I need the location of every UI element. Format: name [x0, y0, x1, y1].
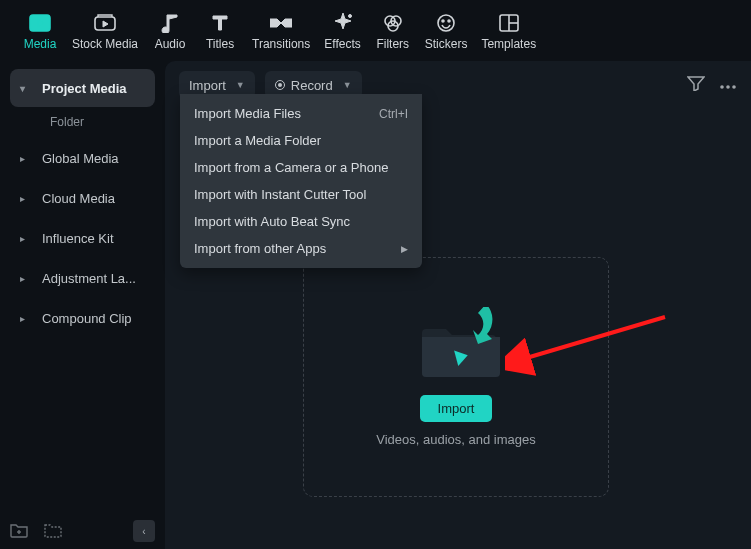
svg-point-20: [732, 85, 736, 89]
import-button[interactable]: Import: [420, 395, 493, 422]
record-button-label: Record: [291, 78, 333, 93]
sidebar-compound-clip[interactable]: ▸ Compound Clip: [10, 299, 155, 337]
sidebar-influence-kit[interactable]: ▸ Influence Kit: [10, 219, 155, 257]
filters-icon: [382, 12, 404, 34]
menu-item-label: Import a Media Folder: [194, 133, 321, 148]
top-nav: Media Stock Media Audio Titles Transitio…: [0, 0, 751, 59]
chevron-right-icon: ▸: [20, 233, 34, 244]
svg-marker-4: [270, 19, 281, 27]
transitions-icon: [270, 12, 292, 34]
chevron-down-icon: ▾: [20, 83, 34, 94]
menu-item-shortcut: Ctrl+I: [379, 107, 408, 121]
nav-label: Transitions: [252, 37, 310, 51]
sidebar-project-media[interactable]: ▾ Project Media: [10, 69, 155, 107]
nav-audio[interactable]: Audio: [146, 8, 194, 55]
nav-effects[interactable]: Effects: [318, 8, 366, 55]
menu-import-auto-beat-sync[interactable]: Import with Auto Beat Sync: [180, 208, 422, 235]
chevron-down-icon: ▼: [236, 80, 245, 90]
nav-stock-media[interactable]: Stock Media: [66, 8, 144, 55]
menu-import-media-folder[interactable]: Import a Media Folder: [180, 127, 422, 154]
import-button-label: Import: [189, 78, 226, 93]
svg-marker-3: [103, 21, 108, 27]
sidebar-cloud-media[interactable]: ▸ Cloud Media: [10, 179, 155, 217]
svg-point-11: [442, 20, 444, 22]
sidebar-item-label: Influence Kit: [42, 231, 114, 246]
chevron-right-icon: ▸: [20, 193, 34, 204]
sidebar-item-label: Project Media: [42, 81, 127, 96]
menu-import-other-apps[interactable]: Import from other Apps ▶: [180, 235, 422, 262]
sidebar-adjustment-layer[interactable]: ▸ Adjustment La...: [10, 259, 155, 297]
sidebar: ▾ Project Media Folder ▸ Global Media ▸ …: [0, 59, 165, 549]
nav-label: Filters: [376, 37, 409, 51]
chevron-right-icon: ▸: [20, 313, 34, 324]
menu-import-instant-cutter[interactable]: Import with Instant Cutter Tool: [180, 181, 422, 208]
chevron-right-icon: ▶: [401, 244, 408, 254]
nav-filters[interactable]: Filters: [369, 8, 417, 55]
import-button-label: Import: [438, 401, 475, 416]
nav-label: Titles: [206, 37, 234, 51]
nav-label: Media: [24, 37, 57, 51]
nav-titles[interactable]: Titles: [196, 8, 244, 55]
menu-import-media-files[interactable]: Import Media Files Ctrl+I: [180, 100, 422, 127]
nav-label: Templates: [481, 37, 536, 51]
nav-transitions[interactable]: Transitions: [246, 8, 316, 55]
import-dropdown-menu: Import Media Files Ctrl+I Import a Media…: [180, 94, 422, 268]
menu-item-label: Import with Instant Cutter Tool: [194, 187, 366, 202]
nav-stickers[interactable]: Stickers: [419, 8, 474, 55]
titles-icon: [209, 12, 231, 34]
chevron-down-icon: ▼: [343, 80, 352, 90]
folder-graphic: [416, 307, 496, 377]
media-dropzone[interactable]: Import Videos, audios, and images: [303, 257, 609, 497]
sidebar-folder-label[interactable]: Folder: [10, 109, 155, 139]
templates-icon: [498, 12, 520, 34]
menu-item-label: Import from a Camera or a Phone: [194, 160, 388, 175]
sidebar-global-media[interactable]: ▸ Global Media: [10, 139, 155, 177]
menu-item-label: Import Media Files: [194, 106, 301, 121]
effects-icon: [332, 12, 354, 34]
dropzone-hint: Videos, audios, and images: [376, 432, 535, 447]
chevron-right-icon: ▸: [20, 153, 34, 164]
sidebar-item-label: Compound Clip: [42, 311, 132, 326]
chevron-right-icon: ▸: [20, 273, 34, 284]
nav-label: Stickers: [425, 37, 468, 51]
nav-media[interactable]: Media: [16, 8, 64, 55]
media-icon: [29, 12, 51, 34]
svg-point-18: [720, 85, 724, 89]
nav-label: Audio: [155, 37, 186, 51]
nav-label: Effects: [324, 37, 360, 51]
nav-templates[interactable]: Templates: [475, 8, 542, 55]
more-options-icon[interactable]: [719, 76, 737, 94]
delete-folder-icon[interactable]: [44, 522, 62, 540]
sidebar-item-label: Adjustment La...: [42, 271, 136, 286]
audio-icon: [159, 12, 181, 34]
sidebar-item-label: Global Media: [42, 151, 119, 166]
collapse-sidebar-button[interactable]: ‹: [133, 520, 155, 542]
stock-media-icon: [94, 12, 116, 34]
new-folder-icon[interactable]: [10, 522, 28, 540]
menu-import-camera-phone[interactable]: Import from a Camera or a Phone: [180, 154, 422, 181]
svg-point-6: [348, 15, 351, 18]
menu-item-label: Import with Auto Beat Sync: [194, 214, 350, 229]
filter-sort-icon[interactable]: [687, 75, 705, 95]
nav-label: Stock Media: [72, 37, 138, 51]
sidebar-item-label: Cloud Media: [42, 191, 115, 206]
record-icon: [275, 80, 285, 90]
svg-point-12: [448, 20, 450, 22]
stickers-icon: [435, 12, 457, 34]
svg-point-19: [726, 85, 730, 89]
menu-item-label: Import from other Apps: [194, 241, 326, 256]
svg-marker-5: [281, 19, 292, 27]
